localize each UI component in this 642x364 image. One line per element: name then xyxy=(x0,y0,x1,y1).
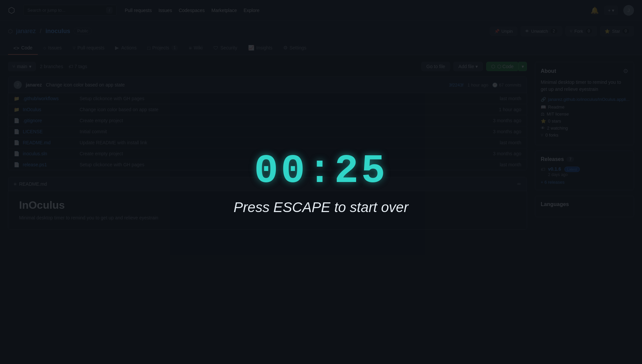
release-latest-badge: Latest xyxy=(564,167,580,172)
about-forks-stat: ⑂ 0 forks xyxy=(541,133,628,138)
about-title: About xyxy=(541,68,556,74)
insights-icon: 📈 xyxy=(248,45,254,51)
file-commit-msg[interactable]: Setup clickonce with GH pages xyxy=(80,96,478,101)
commit-hash[interactable]: 3f2243f xyxy=(449,82,463,87)
file-name-link[interactable]: README.md xyxy=(23,140,76,145)
projects-badge: 1 xyxy=(171,45,178,50)
right-panel: About ⚙ Minimal desktop timer to remind … xyxy=(535,62,634,230)
file-table: J janarez Change icon color based on app… xyxy=(8,76,527,170)
about-stars-stat: ⭐ 0 stars xyxy=(541,119,628,124)
about-license-link[interactable]: ⚖ MIT license xyxy=(541,112,628,117)
unwatch-button[interactable]: 👁 Unwatch 2 xyxy=(521,26,562,36)
notifications-button[interactable]: 🔔 xyxy=(591,6,599,14)
file-time: 3 months ago xyxy=(481,129,521,134)
readme-list-icon: ≡ xyxy=(14,181,16,187)
tab-issues[interactable]: ○ Issues xyxy=(38,42,67,55)
fork-button[interactable]: ⑂ Fork 0 xyxy=(565,26,597,36)
about-readme-link[interactable]: 📖 Readme xyxy=(541,105,628,110)
readme-section: ≡ README.md ✏ InOculus Minimal desktop t… xyxy=(8,177,527,230)
file-name-link[interactable]: .github/workflows xyxy=(23,96,76,101)
branches-link[interactable]: 2 branches xyxy=(40,64,63,69)
nav-marketplace[interactable]: Marketplace xyxy=(211,8,237,13)
repo-icon: ⬡ xyxy=(8,28,13,34)
file-commit-msg[interactable]: Create empty project xyxy=(80,118,478,123)
code-icon: <> xyxy=(13,45,19,51)
avatar[interactable]: J xyxy=(623,5,634,16)
file-icon: 📄 xyxy=(14,162,19,167)
table-row: 📄 inoculus.sln Create empty project 3 mo… xyxy=(8,148,527,159)
about-settings-gear-icon[interactable]: ⚙ xyxy=(623,67,628,75)
table-row: 📁 InOculus Change icon color based on ap… xyxy=(8,104,527,115)
release-version-link[interactable]: v0.1.6 xyxy=(548,166,561,172)
releases-header: Releases 7 xyxy=(541,156,628,162)
file-commit-msg[interactable]: Setup clickonce with GH pages xyxy=(80,162,478,167)
about-card: About ⚙ Minimal desktop timer to remind … xyxy=(535,62,634,145)
file-time: last month xyxy=(481,96,521,101)
repo-owner-link[interactable]: janarez xyxy=(16,28,36,35)
file-commit-msg[interactable]: Update README with install link xyxy=(80,140,478,145)
chevron-down-icon: ▾ xyxy=(29,64,31,69)
file-time: 3 months ago xyxy=(481,118,521,123)
tab-code[interactable]: <> Code xyxy=(8,42,38,55)
file-name-link[interactable]: .gitignore xyxy=(23,118,76,123)
commit-author-avatar[interactable]: J xyxy=(14,81,22,89)
create-new-button[interactable]: + ▾ xyxy=(604,6,618,15)
branch-bar: ⑂ main ▾ 2 branches 🏷 7 tags Go to file … xyxy=(8,62,527,71)
releases-title: Releases xyxy=(541,156,564,162)
table-row: 📄 release.ps1 Setup clickonce with GH pa… xyxy=(8,159,527,170)
tab-insights[interactable]: 📈 Insights xyxy=(243,41,278,55)
file-commit-msg[interactable]: Initial commit xyxy=(80,129,478,134)
file-commit-msg[interactable]: Create empty project xyxy=(80,151,478,156)
link-icon: 🔗 xyxy=(541,97,546,102)
file-name-link[interactable]: LICENSE xyxy=(23,129,76,134)
commit-history-link[interactable]: 🕐 67 commits xyxy=(492,82,521,87)
commit-author-name[interactable]: janarez xyxy=(26,82,42,87)
tab-settings[interactable]: ⚙ Settings xyxy=(278,41,312,55)
file-name-link[interactable]: release.ps1 xyxy=(23,162,76,167)
repo-name-link[interactable]: inoculus xyxy=(45,28,70,35)
edit-readme-button[interactable]: ✏ xyxy=(517,181,521,187)
search-placeholder: Search or jump to... xyxy=(27,8,65,13)
code-dropdown-button[interactable]: ▾ xyxy=(519,62,527,71)
more-releases-link[interactable]: + 6 releases xyxy=(541,180,628,185)
readme-header: ≡ README.md ✏ xyxy=(8,177,527,191)
nav-explore[interactable]: Explore xyxy=(244,8,259,13)
unpin-button[interactable]: 📌 Unpin xyxy=(490,27,517,36)
nav-pull-requests[interactable]: Pull requests xyxy=(125,8,152,13)
nav-links: Pull requests Issues Codespaces Marketpl… xyxy=(125,8,259,13)
tags-link[interactable]: 🏷 7 tags xyxy=(69,64,87,69)
code-button[interactable]: ⬡ ⬡ Code xyxy=(486,62,519,71)
folder-icon: 📁 xyxy=(14,107,19,112)
file-icon: 📄 xyxy=(14,140,19,145)
pr-icon: ⑂ xyxy=(73,45,76,51)
search-bar[interactable]: Search or jump to... / xyxy=(23,5,117,16)
tab-security[interactable]: 🛡 Security xyxy=(208,42,243,55)
file-commit-msg[interactable]: Change icon color based on app state xyxy=(80,107,478,112)
nav-issues[interactable]: Issues xyxy=(158,8,172,13)
fork-icon: ⑂ xyxy=(570,29,572,34)
star-icon: ⭐ xyxy=(605,29,610,34)
code-btn-icon: ⬡ xyxy=(491,64,495,69)
branch-selector[interactable]: ⑂ main ▾ xyxy=(8,62,36,71)
tab-wiki[interactable]: ≡ Wiki xyxy=(184,42,208,55)
main-content: ⑂ main ▾ 2 branches 🏷 7 tags Go to file … xyxy=(0,55,642,236)
file-name-link[interactable]: InOculus xyxy=(23,107,76,112)
readme-desc: Minimal desktop timer to remind you to g… xyxy=(19,214,516,221)
tab-projects[interactable]: □ Projects 1 xyxy=(142,42,183,55)
tag-icon: 🏷 xyxy=(541,167,545,172)
tab-pull-requests[interactable]: ⑂ Pull requests xyxy=(67,42,110,55)
file-name-link[interactable]: inoculus.sln xyxy=(23,151,76,156)
go-to-file-button[interactable]: Go to file xyxy=(421,62,450,71)
commit-message[interactable]: Change icon color based on app state xyxy=(46,82,445,87)
about-website-link[interactable]: 🔗 janarez.github.io/inoculus/InOculus.ap… xyxy=(541,97,628,102)
about-header: About ⚙ xyxy=(541,67,628,75)
star-button[interactable]: ⭐ Star 0 xyxy=(600,26,634,36)
tab-actions[interactable]: ▶ Actions xyxy=(110,41,142,55)
search-slash-hint: / xyxy=(106,7,112,13)
table-row: 📁 .github/workflows Setup clickonce with… xyxy=(8,93,527,104)
file-icon: 📄 xyxy=(14,151,19,156)
nav-codespaces[interactable]: Codespaces xyxy=(179,8,205,13)
add-file-button[interactable]: Add file ▾ xyxy=(453,62,483,71)
file-time: last month xyxy=(481,140,521,145)
github-logo-icon[interactable]: ⬡ xyxy=(8,6,15,15)
